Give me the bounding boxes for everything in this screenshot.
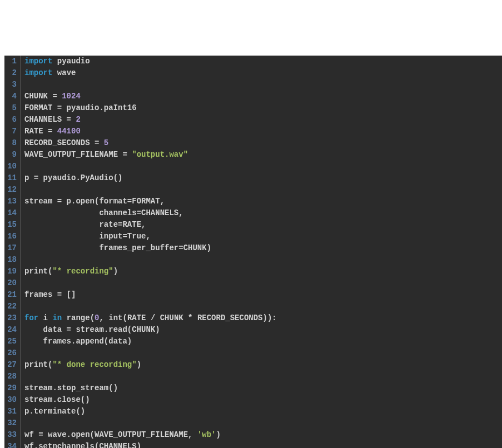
top-whitespace [0, 0, 502, 56]
token-ident: channels=CHANNELS, [24, 208, 183, 217]
code-line[interactable] [24, 371, 502, 382]
code-line[interactable]: frames_per_buffer=CHUNK) [24, 242, 502, 254]
line-number: 12 [4, 184, 17, 196]
line-number: 32 [4, 417, 17, 429]
code-line[interactable]: import pyaudio [24, 56, 502, 67]
token-ident: stream.stop_stream() [24, 384, 118, 392]
token-ident: print( [24, 360, 52, 369]
code-line[interactable]: data = stream.read(CHUNK) [24, 324, 502, 336]
code-line[interactable]: stream.stop_stream() [24, 382, 502, 394]
code-line[interactable]: print("* recording") [24, 266, 502, 277]
line-number: 13 [4, 196, 17, 207]
line-number: 9 [4, 149, 17, 161]
code-line[interactable]: frames = [] [24, 289, 502, 301]
token-ident: frames = [] [24, 290, 76, 299]
line-number: 8 [4, 137, 17, 149]
code-line[interactable]: RATE = 44100 [24, 126, 502, 137]
code-line[interactable]: input=True, [24, 231, 502, 242]
token-ident: , [146, 232, 150, 241]
code-line[interactable] [24, 79, 502, 91]
token-ident: wf.setnchannels(CHANNELS) [24, 442, 141, 448]
token-keyword: for [24, 313, 38, 322]
token-number: 1024 [62, 92, 81, 101]
token-ident: frames_per_buffer=CHUNK) [24, 243, 211, 252]
line-number: 19 [4, 266, 17, 277]
token-number: 5 [104, 138, 108, 147]
line-number: 31 [4, 406, 17, 417]
code-line[interactable] [24, 301, 502, 312]
token-keyword: import [24, 68, 52, 77]
code-line[interactable]: import wave [24, 67, 502, 79]
token-ident: RECORD_SECONDS = [24, 138, 104, 147]
line-number: 16 [4, 231, 17, 242]
token-ident: range( [62, 313, 95, 322]
token-ident: True [127, 232, 146, 241]
line-number: 21 [4, 289, 17, 301]
line-number: 17 [4, 242, 17, 254]
line-number: 7 [4, 126, 17, 137]
line-number: 18 [4, 254, 17, 266]
line-number: 33 [4, 429, 17, 441]
token-keyword: import [24, 57, 52, 66]
code-line[interactable]: p.terminate() [24, 406, 502, 417]
code-line[interactable] [24, 417, 502, 429]
code-line[interactable]: stream = p.open(format=FORMAT, [24, 196, 502, 207]
token-ident: stream = p.open(format=FORMAT, [24, 197, 165, 206]
code-line[interactable] [24, 184, 502, 196]
code-line[interactable] [24, 277, 502, 289]
code-line[interactable]: stream.close() [24, 394, 502, 406]
line-number: 29 [4, 382, 17, 394]
code-line[interactable]: rate=RATE, [24, 219, 502, 231]
token-ident: p.terminate() [24, 407, 85, 416]
line-number: 24 [4, 324, 17, 336]
token-ident: data = stream.read(CHUNK) [24, 325, 160, 334]
code-line[interactable]: wf.setnchannels(CHANNELS) [24, 441, 502, 448]
token-number: 2 [76, 115, 80, 124]
token-ident: i [38, 313, 52, 322]
token-ident: RATE = [24, 127, 57, 136]
line-number-gutter: 1234567891011121314151617181920212223242… [4, 56, 21, 448]
code-line[interactable]: WAVE_OUTPUT_FILENAME = "output.wav" [24, 149, 502, 161]
token-ident: p = pyaudio.PyAudio() [24, 173, 122, 182]
token-ident: frames.append(data) [24, 337, 132, 346]
token-ident: rate=RATE, [24, 220, 146, 229]
code-line[interactable]: FORMAT = pyaudio.paInt16 [24, 102, 502, 114]
token-number: 44100 [57, 127, 81, 136]
token-ident: ) [113, 267, 118, 276]
code-line[interactable]: print("* done recording") [24, 359, 502, 371]
token-ident: pyaudio [52, 57, 90, 66]
code-line[interactable]: CHANNELS = 2 [24, 114, 502, 126]
token-ident: ) [137, 360, 141, 369]
code-line[interactable] [24, 161, 502, 172]
token-ident: ) [216, 430, 220, 439]
code-editor[interactable]: 1234567891011121314151617181920212223242… [4, 56, 502, 448]
code-line[interactable]: p = pyaudio.PyAudio() [24, 172, 502, 184]
line-number: 15 [4, 219, 17, 231]
token-ident: FORMAT = pyaudio.paInt16 [24, 103, 137, 112]
code-line[interactable]: frames.append(data) [24, 336, 502, 347]
code-line[interactable]: CHUNK = 1024 [24, 91, 502, 102]
token-ident: CHANNELS = [24, 115, 76, 124]
line-number: 3 [4, 79, 17, 91]
line-number: 26 [4, 347, 17, 359]
line-number: 6 [4, 114, 17, 126]
token-ident: , int(RATE / CHUNK * RECORD_SECONDS)): [99, 313, 276, 322]
code-line[interactable]: RECORD_SECONDS = 5 [24, 137, 502, 149]
line-number: 11 [4, 172, 17, 184]
code-line[interactable]: wf = wave.open(WAVE_OUTPUT_FILENAME, 'wb… [24, 429, 502, 441]
code-line[interactable]: channels=CHANNELS, [24, 207, 502, 219]
token-string: "* done recording" [52, 360, 136, 369]
line-number: 2 [4, 67, 17, 79]
token-string: 'wb' [197, 430, 216, 439]
line-number: 34 [4, 441, 17, 448]
line-number: 5 [4, 102, 17, 114]
token-ident: wf = wave.open(WAVE_OUTPUT_FILENAME, [24, 430, 197, 439]
code-content[interactable]: import pyaudioimport waveCHUNK = 1024FOR… [21, 56, 502, 448]
token-ident: stream.close() [24, 395, 90, 404]
code-line[interactable] [24, 254, 502, 266]
code-line[interactable] [24, 347, 502, 359]
line-number: 14 [4, 207, 17, 219]
code-line[interactable]: for i in range(0, int(RATE / CHUNK * REC… [24, 312, 502, 324]
line-number: 1 [4, 56, 17, 67]
token-ident: CHUNK = [24, 92, 62, 101]
